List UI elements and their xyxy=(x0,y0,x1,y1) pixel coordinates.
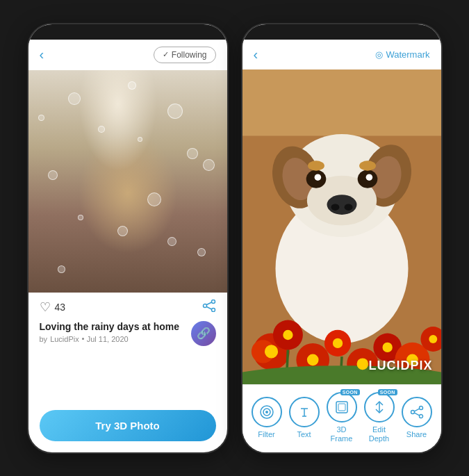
left-status-bar xyxy=(28,24,227,40)
bubble xyxy=(167,104,183,119)
svg-point-38 xyxy=(283,329,293,339)
photo-title: Loving the rainy days at home xyxy=(40,321,191,332)
heart-icon[interactable]: ♡ xyxy=(40,299,51,315)
watermark-label-text: Watermark xyxy=(386,49,429,60)
separator-dot xyxy=(82,338,84,340)
svg-point-15 xyxy=(331,204,339,211)
bubble xyxy=(38,115,44,121)
check-icon: ✓ xyxy=(163,50,169,59)
svg-point-21 xyxy=(308,161,324,170)
following-button[interactable]: ✓ Following xyxy=(154,47,216,63)
photo-date: Jul 11, 2020 xyxy=(87,335,129,343)
svg-point-0 xyxy=(211,299,215,303)
bubble xyxy=(48,170,58,180)
3d-frame-icon-circle: SOON xyxy=(327,392,357,422)
3d-frame-tool[interactable]: SOON 3DFrame xyxy=(327,392,357,443)
likes-count: 43 xyxy=(55,302,66,313)
svg-point-37 xyxy=(264,345,277,358)
right-nav-bar: ‹ ◎ Watermark xyxy=(242,40,441,69)
bubble xyxy=(58,265,65,273)
share-icon-circle xyxy=(402,397,432,427)
svg-point-39 xyxy=(306,354,318,366)
svg-point-22 xyxy=(359,161,376,170)
svg-point-20 xyxy=(365,174,372,181)
edit-depth-label: EditDepth xyxy=(369,425,389,443)
right-phone-content: ‹ ◎ Watermark xyxy=(242,40,441,452)
svg-point-41 xyxy=(356,358,368,370)
svg-point-2 xyxy=(203,304,206,307)
right-toolbar: Filter Text SOON xyxy=(242,384,441,452)
svg-line-4 xyxy=(206,306,211,309)
text-icon xyxy=(297,404,312,420)
likes-left: ♡ 43 xyxy=(40,299,66,315)
bubble xyxy=(138,137,142,142)
svg-line-58 xyxy=(414,413,419,416)
svg-point-54 xyxy=(419,406,422,409)
left-nav-bar: ‹ ✓ Following xyxy=(28,40,227,70)
bubble xyxy=(187,148,198,159)
author-name: LucidPix xyxy=(50,335,79,343)
watermark-icon: ◎ xyxy=(375,49,383,60)
svg-point-56 xyxy=(411,410,414,413)
svg-line-57 xyxy=(414,409,419,411)
bubble xyxy=(98,126,105,133)
dog-svg xyxy=(242,69,441,385)
svg-point-19 xyxy=(314,174,321,181)
lucidpix-watermark: LUCIDPIX xyxy=(368,359,432,373)
left-phone-content: ‹ ✓ Following xyxy=(28,40,227,452)
svg-point-47 xyxy=(265,411,268,413)
right-phone: ‹ ◎ Watermark xyxy=(241,23,443,454)
text-icon-circle xyxy=(289,397,320,427)
following-label: Following xyxy=(172,50,207,60)
spacer xyxy=(28,353,227,402)
svg-point-40 xyxy=(332,338,342,347)
photo-info-section: ♡ 43 Loving the rainy days at home xyxy=(28,293,227,353)
bubble xyxy=(117,226,128,236)
photo-text-info: Loving the rainy days at home by LucidPi… xyxy=(40,321,191,349)
bubble xyxy=(203,159,215,171)
bubble xyxy=(197,248,206,256)
bubbles-overlay xyxy=(28,70,227,293)
try-3d-button[interactable]: Try 3D Photo xyxy=(40,410,216,441)
edit-depth-icon-circle: SOON xyxy=(364,392,395,422)
svg-point-44 xyxy=(429,335,437,343)
svg-point-42 xyxy=(382,342,392,352)
right-back-button[interactable]: ‹ xyxy=(254,47,258,63)
photo-meta-row: Loving the rainy days at home by LucidPi… xyxy=(40,321,216,349)
bubble xyxy=(68,92,81,105)
filter-label: Filter xyxy=(258,430,274,439)
soon-badge-depth: SOON xyxy=(378,389,397,395)
share-tool[interactable]: Share xyxy=(402,397,432,439)
svg-point-16 xyxy=(344,204,352,211)
share-label: Share xyxy=(406,430,427,439)
bubble xyxy=(78,215,83,220)
left-photo xyxy=(28,70,227,293)
edit-depth-tool[interactable]: SOON EditDepth xyxy=(364,392,395,443)
left-phone: ‹ ✓ Following xyxy=(27,23,229,454)
edit-depth-icon xyxy=(372,400,387,415)
share-icon xyxy=(409,404,425,420)
bubble xyxy=(147,192,161,206)
bubble xyxy=(128,81,136,90)
right-status-bar xyxy=(242,24,441,40)
author-avatar: 🔗 xyxy=(191,321,216,346)
watermark-button[interactable]: ◎ Watermark xyxy=(375,49,429,60)
3d-frame-label: 3DFrame xyxy=(331,425,353,443)
svg-point-14 xyxy=(327,195,356,215)
text-label: Text xyxy=(297,430,311,439)
3d-frame-icon xyxy=(334,400,349,415)
svg-line-3 xyxy=(206,302,211,305)
text-tool[interactable]: Text xyxy=(289,397,320,439)
filter-tool[interactable]: Filter xyxy=(252,397,282,439)
share-icon[interactable] xyxy=(202,299,216,315)
left-back-button[interactable]: ‹ xyxy=(40,47,44,63)
likes-row: ♡ 43 xyxy=(40,299,216,315)
author-prefix: by xyxy=(40,335,48,343)
svg-rect-51 xyxy=(336,402,347,413)
svg-point-55 xyxy=(419,414,422,418)
filter-icon-circle xyxy=(252,397,282,427)
svg-point-1 xyxy=(211,308,215,311)
bubble xyxy=(167,237,176,246)
dog-photo: LUCIDPIX xyxy=(242,69,441,385)
filter-icon xyxy=(259,404,274,420)
